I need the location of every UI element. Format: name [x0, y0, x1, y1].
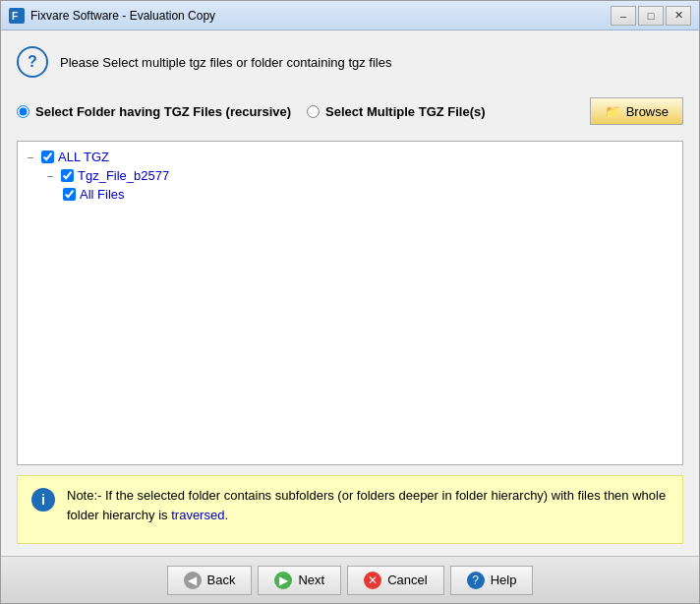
radio-option-folder[interactable]: Select Folder having TGZ Files (recursiv…	[17, 104, 291, 119]
cancel-label: Cancel	[387, 573, 427, 587]
maximize-button[interactable]: □	[638, 6, 664, 26]
radio-files-label: Select Multiple TGZ File(s)	[325, 104, 486, 119]
radio-options-row: Select Folder having TGZ Files (recursiv…	[17, 91, 683, 131]
back-icon: ◀	[184, 572, 202, 589]
tree-node-root[interactable]: – ALL TGZ	[24, 148, 676, 166]
note-icon: i	[31, 488, 55, 512]
browse-label: Browse	[626, 104, 669, 119]
child1-children: All Files	[43, 185, 676, 204]
next-label: Next	[298, 573, 324, 587]
main-content: ? Please Select multiple tgz files or fo…	[1, 30, 699, 556]
radio-option-files[interactable]: Select Multiple TGZ File(s)	[307, 104, 486, 119]
cancel-button[interactable]: ✕ Cancel	[347, 566, 443, 595]
window-title: Fixvare Software - Evaluation Copy	[30, 9, 611, 23]
header-message: Please Select multiple tgz files or fold…	[60, 55, 391, 70]
note-text-after: .	[224, 508, 228, 522]
note-box: i Note:- If the selected folder contains…	[17, 475, 683, 544]
child1-expand-icon[interactable]: –	[43, 169, 57, 183]
browse-icon: 📁	[605, 104, 620, 119]
main-window: F Fixvare Software - Evaluation Copy – □…	[0, 0, 700, 604]
radio-files-input[interactable]	[307, 105, 320, 118]
file-tree[interactable]: – ALL TGZ – Tgz_File_b2577 All Files	[17, 141, 683, 465]
help-icon: ?	[467, 572, 485, 589]
question-icon: ?	[17, 46, 48, 78]
tree-node-child1[interactable]: – Tgz_File_b2577	[43, 166, 676, 185]
child1-1-label[interactable]: All Files	[80, 187, 125, 202]
note-text-highlight: traversed	[171, 508, 224, 522]
help-label: Help	[491, 573, 517, 587]
radio-folder-label: Select Folder having TGZ Files (recursiv…	[35, 104, 291, 119]
back-button[interactable]: ◀ Back	[167, 566, 253, 595]
child1-1-checkbox[interactable]	[63, 188, 76, 201]
note-text-before: Note:- If the selected folder contains s…	[67, 488, 666, 522]
root-checkbox[interactable]	[41, 151, 54, 163]
close-button[interactable]: ✕	[666, 6, 691, 26]
back-label: Back	[207, 573, 236, 587]
next-button[interactable]: ▶ Next	[258, 566, 341, 595]
footer: ◀ Back ▶ Next ✕ Cancel ? Help	[1, 556, 699, 603]
tree-node-child1-1[interactable]: All Files	[63, 185, 676, 204]
radio-folder-input[interactable]	[17, 105, 29, 118]
root-expand-icon[interactable]: –	[24, 151, 37, 164]
minimize-button[interactable]: –	[611, 6, 636, 26]
child1-label[interactable]: Tgz_File_b2577	[78, 168, 169, 183]
app-icon: F	[9, 8, 25, 24]
window-controls: – □ ✕	[611, 6, 691, 26]
browse-button[interactable]: 📁 Browse	[590, 97, 683, 125]
note-text: Note:- If the selected folder contains s…	[67, 486, 669, 524]
header-row: ? Please Select multiple tgz files or fo…	[17, 42, 683, 82]
root-children: – Tgz_File_b2577 All Files	[24, 166, 676, 204]
next-icon: ▶	[274, 572, 292, 589]
root-label[interactable]: ALL TGZ	[58, 150, 109, 164]
svg-text:F: F	[12, 11, 18, 22]
cancel-icon: ✕	[364, 572, 381, 589]
help-button[interactable]: ? Help	[450, 566, 534, 595]
child1-checkbox[interactable]	[61, 169, 74, 182]
title-bar: F Fixvare Software - Evaluation Copy – □…	[1, 1, 699, 30]
